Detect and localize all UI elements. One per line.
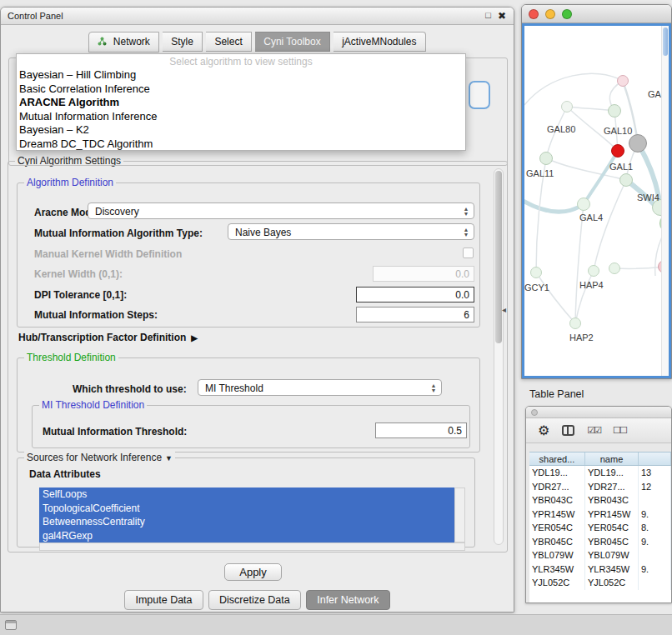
table-cell: YBR045C	[585, 535, 639, 549]
sources-group-title[interactable]: Sources for Network Inference▼	[24, 452, 175, 463]
column-header[interactable]: shared...	[529, 452, 585, 465]
network-node[interactable]	[617, 75, 629, 87]
algorithm-definition-title: Algorithm Definition	[24, 177, 116, 188]
dpi-tolerance-field[interactable]: 0.0	[356, 287, 474, 302]
table-row[interactable]: YLR345W YLR345W 9.	[529, 562, 671, 577]
settings-scrollbar-thumb[interactable]	[495, 171, 502, 343]
minimized-window-icon[interactable]	[5, 620, 17, 630]
tab-jactivemnodules[interactable]: jActiveMNodules	[333, 32, 425, 52]
table-row[interactable]: YBR043C YBR043C	[529, 493, 671, 508]
table-row[interactable]: YJL052C YJL052C	[529, 576, 671, 590]
manual-kernel-width-checkbox[interactable]	[463, 248, 474, 258]
table-cell: YDR27...	[585, 480, 639, 494]
algorithm-combobox-focus-ring[interactable]	[469, 81, 490, 109]
network-node[interactable]	[561, 101, 573, 112]
table-header-row: shared... name	[529, 452, 671, 466]
attributes-horizontal-scrollbar[interactable]	[39, 542, 465, 551]
tab-select[interactable]: Select	[206, 32, 251, 52]
algorithm-option[interactable]: Dream8 DC_TDC Algorithm	[17, 138, 465, 152]
control-panel-titlebar: Control Panel □ ✖	[1, 8, 514, 25]
table-row[interactable]: YBL079W YBL079W	[529, 548, 671, 562]
table-row[interactable]: YDR27... YDR27... 12	[529, 480, 671, 494]
network-node[interactable]	[609, 262, 620, 274]
close-traffic-light[interactable]	[529, 9, 539, 19]
tab-cyni-toolbox[interactable]: Cyni Toolbox	[255, 32, 329, 52]
apply-button[interactable]: Apply	[224, 563, 282, 581]
combo-arrows-icon: ▲▼	[461, 204, 471, 219]
algorithm-option[interactable]: Bayesian – Hill Climbing	[17, 68, 465, 82]
network-node[interactable]	[629, 134, 647, 152]
table-row[interactable]: YER054C YER054C 8.	[529, 521, 671, 535]
aracne-mode-value: Discovery	[88, 203, 474, 218]
which-threshold-label: Which threshold to use:	[73, 383, 187, 395]
table-cell	[639, 493, 671, 508]
mi-threshold-definition-title: MI Threshold Definition	[39, 399, 147, 411]
unchecked-boxes-icon[interactable]: ☐☐	[613, 425, 626, 436]
mi-steps-field[interactable]: 6	[356, 307, 474, 322]
attribute-list-item[interactable]: gal4RGexp	[39, 529, 454, 543]
mi-algorithm-type-combobox[interactable]: Naive Bayes ▲▼	[228, 223, 474, 240]
panel-collapse-arrow-icon[interactable]: ◂	[502, 305, 506, 314]
network-window-titlebar	[522, 5, 671, 23]
algorithm-option[interactable]: Bayesian – K2	[17, 123, 465, 138]
network-node-label: HAP2	[569, 332, 594, 342]
columns-icon[interactable]	[562, 425, 574, 436]
tab-infer-network[interactable]: Infer Network	[306, 590, 389, 610]
threshold-definition-group: Threshold Definition Which threshold to …	[17, 358, 480, 452]
algorithm-option[interactable]: Basic Correlation Inference	[17, 82, 465, 97]
tab-impute-data[interactable]: Impute Data	[124, 590, 203, 610]
table-rows: YDL19... YDL19... 13 YDR27... YDR27... 1…	[529, 466, 671, 590]
algorithm-option[interactable]: ARACNE Algorithm	[17, 96, 465, 110]
table-row[interactable]: YBR045C YBR045C 9.	[529, 535, 671, 549]
zoom-traffic-light[interactable]	[562, 9, 572, 19]
tab-label: Select	[214, 36, 242, 48]
attribute-list-item[interactable]: SelfLoops	[39, 488, 454, 502]
network-node-label: HAP4	[579, 280, 604, 290]
tab-network[interactable]: Network	[88, 32, 158, 52]
table-row[interactable]: YPR145W YPR145W 9.	[529, 508, 671, 522]
column-header[interactable]: name	[585, 452, 639, 465]
network-scrollbar-thumb[interactable]	[663, 28, 668, 56]
checked-boxes-icon[interactable]: ☑☑	[587, 425, 600, 436]
table-cell: 9.	[639, 535, 671, 549]
attribute-list-item[interactable]: BetweennessCentrality	[39, 515, 454, 529]
attribute-list-item[interactable]: TopologicalCoefficient	[39, 502, 454, 516]
network-node[interactable]	[588, 265, 599, 277]
network-vertical-scrollbar[interactable]	[661, 26, 669, 376]
close-icon[interactable]: ✖	[498, 10, 506, 22]
network-node[interactable]	[619, 173, 633, 187]
network-canvas[interactable]: GALGAL80GAL10GAL1GAL11SWI4GAL4GCY1HAP4HA…	[524, 26, 661, 376]
kernel-width-field[interactable]: 0.0	[373, 266, 474, 282]
table-cell: 9.	[639, 562, 671, 577]
tab-style[interactable]: Style	[163, 32, 203, 52]
table-cell: 12	[639, 480, 671, 494]
hub-transcription-factor-expander[interactable]: Hub/Transcription Factor Definition▶	[18, 332, 198, 343]
table-row[interactable]: YDL19... YDL19... 13	[529, 466, 671, 480]
minimize-traffic-light[interactable]	[545, 9, 555, 19]
mi-threshold-field[interactable]: 0.5	[375, 422, 467, 438]
which-threshold-combobox[interactable]: MI Threshold ▲▼	[198, 379, 442, 396]
window-button-icon[interactable]	[531, 409, 538, 416]
network-node[interactable]	[577, 198, 590, 211]
settings-scrollbar[interactable]	[494, 168, 504, 545]
tab-discretize-data[interactable]: Discretize Data	[208, 590, 301, 610]
attributes-vertical-scrollbar[interactable]	[454, 488, 465, 542]
table-cell: YBL079W	[529, 548, 585, 562]
mi-algorithm-type-label: Mutual Information Algorithm Type:	[34, 228, 203, 239]
column-header[interactable]	[639, 452, 671, 465]
network-node-label: GAL80	[547, 124, 575, 134]
network-node[interactable]	[530, 267, 542, 278]
network-node[interactable]	[608, 104, 621, 118]
network-node-label: GAL1	[609, 162, 633, 172]
network-node[interactable]	[539, 152, 553, 165]
float-window-icon[interactable]: □	[485, 10, 491, 20]
hub-section-label: Hub/Transcription Factor Definition	[18, 332, 186, 343]
threshold-definition-title: Threshold Definition	[24, 352, 118, 363]
network-node[interactable]	[611, 144, 624, 158]
aracne-mode-combobox[interactable]: Discovery ▲▼	[88, 202, 474, 219]
gear-icon[interactable]: ⚙	[538, 424, 549, 438]
combo-arrows-icon: ▲▼	[461, 225, 471, 240]
algorithm-option[interactable]: Mutual Information Inference	[17, 110, 465, 124]
network-node[interactable]	[569, 318, 581, 329]
dpi-tolerance-label: DPI Tolerance [0,1]:	[34, 289, 127, 301]
